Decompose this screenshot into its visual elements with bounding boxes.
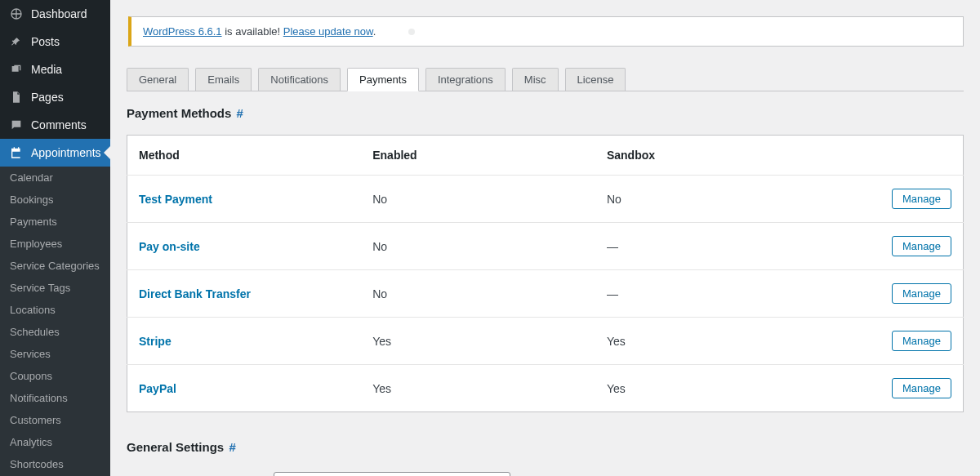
table-row: StripeYesYesManage xyxy=(127,318,964,365)
enabled-cell: Yes xyxy=(361,318,595,365)
submenu-item-notifications[interactable]: Notifications xyxy=(0,387,110,409)
comments-icon xyxy=(8,117,24,133)
payment-method-link[interactable]: Stripe xyxy=(139,335,172,348)
menu-appointments[interactable]: Appointments xyxy=(0,139,110,167)
tab-misc[interactable]: Misc xyxy=(512,68,559,91)
menu-label: Appointments xyxy=(31,146,101,159)
submenu-appointments: CalendarBookingsPaymentsEmployeesService… xyxy=(0,167,110,476)
menu-dashboard[interactable]: Dashboard xyxy=(0,0,110,28)
wp-version-link[interactable]: WordPress 6.6.1 xyxy=(143,25,222,38)
menu-label: Media xyxy=(31,63,62,76)
menu-label: Pages xyxy=(31,91,64,104)
manage-button[interactable]: Manage xyxy=(892,236,951,256)
section-title-payment-methods: Payment Methods # xyxy=(127,106,964,120)
submenu-item-calendar[interactable]: Calendar xyxy=(0,167,110,189)
manage-button[interactable]: Manage xyxy=(892,283,951,304)
sandbox-cell: — xyxy=(595,270,866,318)
table-row: Test PaymentNoNoManage xyxy=(127,176,964,223)
manage-button[interactable]: Manage xyxy=(892,189,951,209)
section-anchor-link[interactable]: # xyxy=(229,440,235,454)
sandbox-cell: No xyxy=(595,176,866,223)
menu-label: Posts xyxy=(31,35,60,48)
payment-method-link[interactable]: Pay on-site xyxy=(139,240,200,253)
menu-pages[interactable]: Pages xyxy=(0,83,110,111)
enabled-cell: No xyxy=(361,176,595,223)
pin-icon xyxy=(8,33,24,50)
pages-icon xyxy=(8,89,24,105)
manage-button[interactable]: Manage xyxy=(892,378,951,398)
table-row: PayPalYesYesManage xyxy=(127,365,964,412)
payment-methods-table: Method Enabled Sandbox Test PaymentNoNoM… xyxy=(127,135,964,412)
enabled-cell: Yes xyxy=(361,365,595,412)
media-icon xyxy=(8,61,24,78)
calendar-icon xyxy=(8,145,24,161)
sandbox-cell: Yes xyxy=(595,365,866,412)
tab-notifications[interactable]: Notifications xyxy=(258,68,341,91)
notice-text: is available! xyxy=(222,25,283,38)
sandbox-cell: — xyxy=(595,223,866,270)
tab-license[interactable]: License xyxy=(565,68,626,91)
update-now-link[interactable]: Please update now xyxy=(283,25,373,38)
submenu-item-analytics[interactable]: Analytics xyxy=(0,431,110,453)
spinner-icon xyxy=(408,29,415,35)
settings-tabs: GeneralEmailsNotificationsPaymentsIntegr… xyxy=(127,68,964,91)
table-row: Direct Bank TransferNo—Manage xyxy=(127,270,964,318)
tab-payments[interactable]: Payments xyxy=(347,68,419,91)
enabled-cell: No xyxy=(361,223,595,270)
col-enabled: Enabled xyxy=(361,136,595,176)
col-sandbox: Sandbox xyxy=(595,136,866,176)
manage-button[interactable]: Manage xyxy=(892,331,951,351)
default-method-select[interactable]: — Select — xyxy=(274,472,510,476)
dashboard-icon xyxy=(8,6,24,22)
submenu-item-coupons[interactable]: Coupons xyxy=(0,365,110,387)
menu-label: Comments xyxy=(31,118,87,131)
submenu-item-services[interactable]: Services xyxy=(0,343,110,365)
payment-method-link[interactable]: PayPal xyxy=(139,382,176,395)
submenu-item-service-categories[interactable]: Service Categories xyxy=(0,255,110,277)
admin-sidebar: Dashboard Posts Media Pages Comments App… xyxy=(0,0,110,476)
form-row-default-method: Default Method — Select — Payment method… xyxy=(127,472,964,476)
menu-media[interactable]: Media xyxy=(0,56,110,83)
section-anchor-link[interactable]: # xyxy=(237,106,243,120)
menu-label: Dashboard xyxy=(31,7,87,20)
submenu-item-service-tags[interactable]: Service Tags xyxy=(0,277,110,299)
content-area: WordPress 6.6.1 is available! Please upd… xyxy=(110,0,980,476)
table-row: Pay on-siteNo—Manage xyxy=(127,223,964,270)
sandbox-cell: Yes xyxy=(595,318,866,365)
tab-integrations[interactable]: Integrations xyxy=(425,68,506,91)
enabled-cell: No xyxy=(361,270,595,318)
section-title-general-settings: General Settings # xyxy=(127,440,964,454)
submenu-item-locations[interactable]: Locations xyxy=(0,299,110,321)
submenu-item-employees[interactable]: Employees xyxy=(0,233,110,255)
submenu-item-bookings[interactable]: Bookings xyxy=(0,189,110,211)
menu-posts[interactable]: Posts xyxy=(0,28,110,56)
tab-emails[interactable]: Emails xyxy=(195,68,252,91)
submenu-item-customers[interactable]: Customers xyxy=(0,409,110,431)
submenu-item-shortcodes[interactable]: Shortcodes xyxy=(0,453,110,475)
submenu-item-payments[interactable]: Payments xyxy=(0,211,110,233)
payment-method-link[interactable]: Direct Bank Transfer xyxy=(139,287,251,300)
update-notice: WordPress 6.6.1 is available! Please upd… xyxy=(128,16,964,47)
payment-method-link[interactable]: Test Payment xyxy=(139,193,212,206)
tab-general[interactable]: General xyxy=(127,68,189,91)
col-method: Method xyxy=(127,136,362,176)
submenu-item-schedules[interactable]: Schedules xyxy=(0,321,110,343)
menu-comments[interactable]: Comments xyxy=(0,111,110,139)
default-method-label: Default Method xyxy=(127,472,274,476)
